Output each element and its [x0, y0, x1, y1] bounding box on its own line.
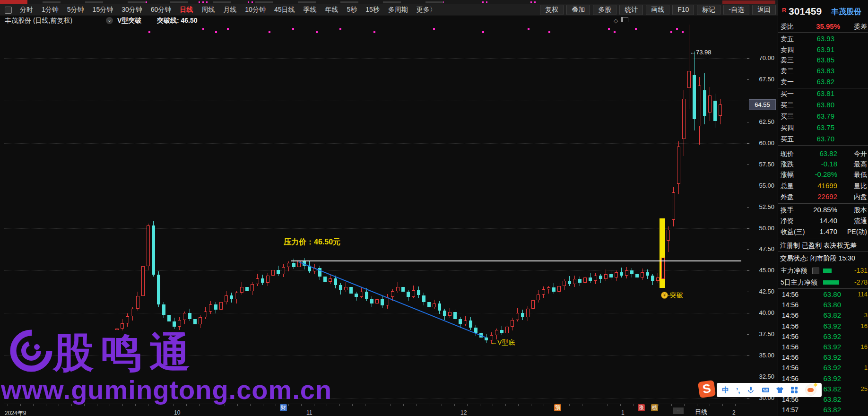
tick-time: 14:56: [782, 290, 799, 299]
price-tick-dash: [747, 58, 749, 59]
candle-body: [583, 277, 587, 283]
period-button-45日线[interactable]: 45日线: [270, 6, 299, 14]
period-button-季线[interactable]: 季线: [299, 6, 321, 14]
period-button-15分钟[interactable]: 15分钟: [88, 6, 118, 14]
period-button-30分钟[interactable]: 30分钟: [117, 6, 147, 14]
candle-body: [412, 290, 415, 297]
period-button-5秒[interactable]: 5秒: [342, 6, 361, 14]
toolbar-button-返回[interactable]: 返回: [752, 5, 776, 15]
price-tick-50.00: 50.00: [750, 225, 774, 232]
list-icon[interactable]: [812, 268, 819, 274]
indicator-name[interactable]: V型突破: [117, 17, 141, 25]
ask-row-卖一[interactable]: 卖一63.82: [778, 77, 868, 87]
period-button-15秒[interactable]: 15秒: [361, 6, 384, 14]
v-bottom-label: ←V型底: [491, 338, 515, 347]
ime-punctuation-toggle[interactable]: ’,: [736, 386, 740, 394]
price-tick-55.00: 55.00: [750, 182, 774, 189]
bid-row-买四[interactable]: 买四63.75: [778, 123, 868, 132]
indicator-collapse-icon[interactable]: ⌄: [106, 17, 113, 24]
ime-logo-icon[interactable]: S: [698, 380, 716, 398]
microphone-icon[interactable]: [747, 386, 755, 394]
bid-row-买二[interactable]: 买二63.80: [778, 100, 868, 110]
toolbar-button-F10[interactable]: F10: [672, 5, 694, 15]
candle-body: [438, 303, 441, 310]
axis-period-label[interactable]: 日线: [695, 408, 707, 416]
candle-body: [537, 295, 540, 301]
toolbar-button-统计[interactable]: 统计: [619, 5, 643, 15]
x-axis-tick: [608, 404, 608, 406]
axis-more-button[interactable]: ..: [673, 407, 684, 414]
candle-body: [365, 292, 368, 298]
ime-lang-toggle[interactable]: 中: [722, 386, 729, 395]
candle-body: [698, 86, 701, 126]
candle-body: [339, 285, 342, 290]
candle-body: [355, 294, 358, 297]
x-axis-tick: [442, 404, 442, 406]
ask-row-卖四[interactable]: 卖四63.91: [778, 45, 868, 54]
event-badge-涨[interactable]: 涨: [638, 404, 645, 411]
month-label-12: 12: [460, 409, 467, 416]
period-button-周线[interactable]: 周线: [197, 6, 219, 14]
toolbar-button-复权[interactable]: 复权: [540, 5, 564, 15]
period-button-月线[interactable]: 月线: [219, 6, 241, 14]
period-button-1分钟[interactable]: 1分钟: [37, 6, 63, 14]
toolbar-button-画线[interactable]: 画线: [646, 5, 669, 15]
period-button-年线[interactable]: 年线: [321, 6, 342, 14]
stock-code[interactable]: 301459: [789, 6, 822, 17]
stock-name[interactable]: 丰茂股份: [831, 7, 861, 17]
skin-icon[interactable]: [776, 386, 783, 394]
candle-body: [287, 263, 290, 267]
bid-row-买三[interactable]: 买三63.79: [778, 112, 868, 121]
tick-time: 14:56: [782, 311, 799, 320]
signal-dot: [614, 31, 616, 33]
bid-row-买五[interactable]: 买五63.70: [778, 134, 868, 144]
ask-row-卖五[interactable]: 卖五63.93: [778, 34, 868, 43]
candle-body: [682, 99, 686, 139]
candle-body: [381, 299, 384, 305]
layout-toggle-icon[interactable]: [5, 7, 12, 14]
diamond-icon[interactable]: ◇: [614, 17, 618, 24]
tick-row: 14:5663.823: [778, 311, 868, 320]
stat-row-收益(三): 收益(三)1.470PE(动): [778, 227, 868, 236]
event-badge-榜[interactable]: 榜: [651, 404, 658, 411]
candle-body: [391, 291, 394, 297]
period-button-5分钟[interactable]: 5分钟: [63, 6, 88, 14]
period-button-多周期[interactable]: 多周期: [384, 6, 412, 14]
toolbar-button--自选[interactable]: -自选: [723, 5, 749, 15]
ask-row-卖二[interactable]: 卖二63.83: [778, 66, 868, 76]
candle-body: [667, 230, 670, 241]
toolbar-button-多股[interactable]: 多股: [593, 5, 616, 15]
x-axis-tick: [403, 404, 404, 406]
stat-label: 净资: [781, 216, 794, 225]
x-axis-tick: [735, 404, 736, 406]
period-button-10分钟[interactable]: 10分钟: [241, 6, 270, 14]
event-badge-预[interactable]: 预: [554, 404, 561, 411]
price-tick-dash: [747, 355, 749, 356]
stat-row-净资: 净资14.40流通: [778, 216, 868, 225]
candle-body: [271, 270, 275, 276]
toolbar-button-标记[interactable]: 标记: [697, 5, 720, 15]
candle-body: [204, 312, 207, 318]
panel-separator: [778, 239, 868, 239]
candle-body: [407, 292, 410, 297]
event-badge-财[interactable]: 财: [280, 404, 287, 411]
weicha-label: 委差: [854, 22, 867, 31]
period-button-更多〉[interactable]: 更多〉: [412, 6, 441, 14]
ask-row-卖三[interactable]: 卖三63.85: [778, 55, 868, 65]
candlestick-chart[interactable]: 压力价：46.50元←73.98←V型底-突破¥: [4, 26, 750, 404]
pane-icon[interactable]: [621, 17, 628, 24]
ask-label: 卖四: [781, 45, 794, 54]
period-button-60分钟[interactable]: 60分钟: [147, 6, 176, 14]
toolbox-icon[interactable]: [790, 386, 798, 394]
period-button-分时[interactable]: 分时: [16, 6, 37, 14]
bid-row-买一[interactable]: 买一63.81: [778, 89, 868, 98]
menu-strip-dot: [252, 1, 253, 3]
ime-emoji-icon[interactable]: [805, 384, 816, 396]
period-button-日线[interactable]: 日线: [175, 6, 197, 14]
bid-price: 63.80: [816, 100, 834, 110]
candle-body: [547, 287, 550, 289]
tick-volume: 1: [864, 363, 868, 373]
panel-separator: [778, 288, 868, 289]
keyboard-icon[interactable]: [762, 386, 769, 394]
toolbar-button-叠加[interactable]: 叠加: [566, 5, 590, 15]
